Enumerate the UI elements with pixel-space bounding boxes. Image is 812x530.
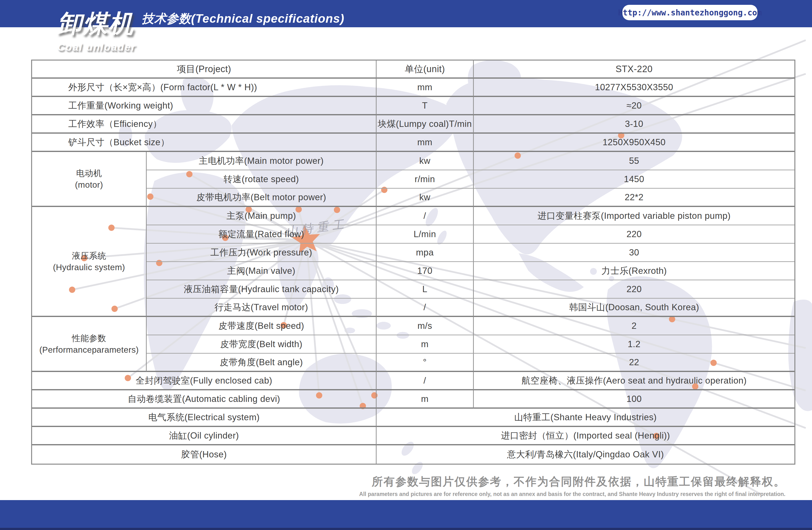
- row-unit: °: [377, 354, 474, 372]
- logo-english: Coal unloader: [57, 41, 136, 53]
- group-label-1: 液压系统(Hydraulic system): [32, 207, 147, 317]
- disclaimer: 所有参数与图片仅供参考，不作为合同附件及依据，山特重工保留最终解释权。 All …: [359, 474, 785, 498]
- brand-logo: 卸煤机 Coal unloader: [57, 7, 136, 53]
- sub-item-label: 皮带电机功率(Belt motor power): [147, 189, 377, 207]
- sub-item-label: 皮带角度(Belt angle): [147, 354, 377, 372]
- row-project-label: 油缸(Oil cylinder): [32, 427, 377, 445]
- row-value: 韩国斗山(Doosan, South Korea): [474, 299, 794, 317]
- spec-table: 项目(Project)单位(unit)STX-220外形尺寸（长×宽×高）(Fo…: [31, 60, 795, 464]
- sub-item-label: 行走马达(Travel motor): [147, 299, 377, 317]
- row-project-label: 全封闭驾驶室(Fully enclosed cab): [32, 372, 377, 390]
- row-unit: L: [377, 280, 474, 299]
- row-value: 22: [474, 354, 794, 372]
- row-value: 3-10: [474, 115, 794, 134]
- group-label-2: 性能参数(Performanceparameters): [32, 317, 147, 372]
- footer-accent-strip: [0, 528, 812, 530]
- row-project-label: 铲斗尺寸（Bucket size）: [32, 134, 377, 152]
- row-value: 航空座椅、液压操作(Aero seat and hydraulic operat…: [474, 372, 794, 390]
- sub-item-label: 主阀(Main valve): [147, 262, 377, 280]
- row-value: 进口变量柱赛泵(Imported variable piston pump): [474, 207, 794, 225]
- group-label-en: (Hydraulic system): [53, 261, 125, 273]
- sub-item-label: 皮带宽度(Belt width): [147, 335, 377, 354]
- row-value: 220: [474, 280, 794, 299]
- row-unit: m/s: [377, 317, 474, 335]
- row-project-label: 胶管(Hose): [32, 445, 377, 464]
- row-unit: mm: [377, 134, 474, 152]
- row-value: 2: [474, 317, 794, 335]
- row-value: 10277X5530X3550: [474, 78, 794, 97]
- row-unit: m: [377, 390, 474, 409]
- row-unit: m: [377, 335, 474, 354]
- sub-item-label: 额定流量(Rated flow): [147, 225, 377, 244]
- row-value: ≈20: [474, 97, 794, 115]
- website-link[interactable]: Http://www.shantezhonggong.com: [622, 5, 757, 20]
- row-value-merged: 进口密封（恒立）(Imported seal (Hengli)): [377, 427, 794, 445]
- row-value: 100: [474, 390, 794, 409]
- logo-chinese: 卸煤机: [57, 7, 136, 40]
- row-project-label: 自动卷缆装置(Automatic cabling devi): [32, 390, 377, 409]
- row-value: 1.2: [474, 335, 794, 354]
- row-unit: kw: [377, 152, 474, 170]
- row-value: 22*2: [474, 189, 794, 207]
- row-unit: /: [377, 207, 474, 225]
- row-unit: 块煤(Lumpy coal)T/min: [377, 115, 474, 134]
- col-header-model: STX-220: [474, 60, 794, 78]
- sub-item-label: 转速(rotate speed): [147, 170, 377, 189]
- row-unit: mpa: [377, 244, 474, 262]
- group-label-en: (Performanceparameters): [39, 344, 139, 355]
- row-unit: 170: [377, 262, 474, 280]
- page-title: 技术参数(Technical specifications): [142, 11, 344, 27]
- sub-item-label: 皮带速度(Belt speed): [147, 317, 377, 335]
- sub-item-label: 液压油箱容量(Hydraulic tank capacity): [147, 280, 377, 299]
- row-unit: r/min: [377, 170, 474, 189]
- row-unit: L/min: [377, 225, 474, 244]
- row-value: 力士乐(Rexroth): [474, 262, 794, 280]
- group-label-0: 电动机(motor): [32, 152, 147, 207]
- row-unit: kw: [377, 189, 474, 207]
- col-header-project: 项目(Project): [32, 60, 377, 78]
- sub-item-label: 主泵(Main pump): [147, 207, 377, 225]
- row-value: 1450: [474, 170, 794, 189]
- row-project-label: 工作效率（Efficiency）: [32, 115, 377, 134]
- row-unit: T: [377, 97, 474, 115]
- row-unit: mm: [377, 78, 474, 97]
- row-value: 55: [474, 152, 794, 170]
- row-project-label: 电气系统(Electrical system): [32, 409, 377, 427]
- row-value-merged: 意大利/青岛橡六(Italy/Qingdao Oak VI): [377, 445, 794, 464]
- group-label-cn: 性能参数: [72, 332, 106, 344]
- row-project-label: 外形尺寸（长×宽×高）(Form factor(L * W * H)): [32, 78, 377, 97]
- group-label-en: (motor): [75, 179, 103, 190]
- sub-item-label: 主电机功率(Main motor power): [147, 152, 377, 170]
- group-label-cn: 液压系统: [72, 250, 106, 261]
- sub-item-label: 工作压力(Work pressure): [147, 244, 377, 262]
- row-project-label: 工作重量(Working weight): [32, 97, 377, 115]
- row-unit: /: [377, 372, 474, 390]
- row-value-merged: 山特重工(Shante Heavy Industries): [377, 409, 794, 427]
- col-header-unit: 单位(unit): [377, 60, 474, 78]
- row-value: 220: [474, 225, 794, 244]
- footer-bar: [0, 500, 812, 530]
- disclaimer-chinese: 所有参数与图片仅供参考，不作为合同附件及依据，山特重工保留最终解释权。: [359, 474, 785, 489]
- website-url-text: Http://www.shantezhonggong.com: [618, 8, 762, 17]
- group-label-cn: 电动机: [76, 168, 102, 179]
- row-value: 30: [474, 244, 794, 262]
- row-unit: /: [377, 299, 474, 317]
- row-value: 1250X950X450: [474, 134, 794, 152]
- disclaimer-english: All parameters and pictures are for refe…: [359, 491, 785, 498]
